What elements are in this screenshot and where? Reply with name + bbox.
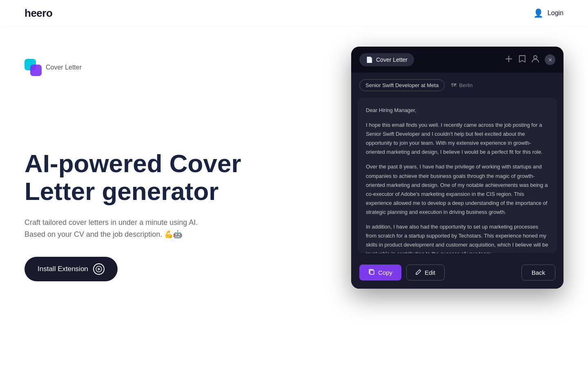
copy-button[interactable]: Copy bbox=[359, 265, 401, 280]
document-icon: 📄 bbox=[366, 56, 373, 63]
letter-paragraph1: I hope this email finds you well. I rece… bbox=[366, 121, 549, 157]
login-button[interactable]: Login bbox=[548, 9, 564, 17]
close-button[interactable]: ✕ bbox=[545, 54, 555, 65]
install-extension-button[interactable]: Install Extension bbox=[24, 257, 118, 281]
nav-right: 👤 Login bbox=[533, 8, 564, 18]
svg-rect-1 bbox=[30, 65, 42, 76]
edit-button[interactable]: Edit bbox=[406, 265, 445, 280]
edit-button-label: Edit bbox=[425, 269, 435, 276]
card-footer: Copy Edit Back bbox=[351, 260, 564, 289]
user-profile-icon[interactable] bbox=[532, 55, 539, 65]
close-icon: ✕ bbox=[548, 57, 552, 63]
bookmark-icon[interactable] bbox=[519, 55, 526, 65]
letter-text: Dear Hiring Manager, I hope this email f… bbox=[366, 106, 549, 253]
install-button-label: Install Extension bbox=[38, 265, 88, 273]
user-icon: 👤 bbox=[533, 8, 543, 18]
svg-point-6 bbox=[534, 56, 537, 59]
letter-paragraph3: In addition, I have also had the opportu… bbox=[366, 222, 549, 253]
copy-icon bbox=[368, 269, 375, 276]
cover-letter-pill-label: Cover Letter bbox=[376, 56, 408, 63]
cover-letter-pill: 📄 Cover Letter bbox=[359, 53, 414, 66]
badge-label: Cover Letter bbox=[46, 64, 82, 71]
map-icon: 🗺 bbox=[451, 82, 457, 88]
svg-rect-7 bbox=[370, 270, 374, 274]
job-title-pill: Senior Swift Developer at Meta bbox=[359, 79, 445, 91]
subtitle-line1: Craft tailored cover letters in under a … bbox=[24, 218, 198, 227]
location-text: Berlin bbox=[459, 82, 472, 88]
add-icon[interactable] bbox=[505, 55, 513, 65]
letter-content: Dear Hiring Manager, I hope this email f… bbox=[358, 98, 557, 253]
logo: heero bbox=[24, 7, 52, 20]
hero-subtitle: Craft tailored cover letters in under a … bbox=[24, 217, 229, 240]
subtitle-line2: Based on your CV and the job description… bbox=[24, 230, 182, 238]
location-tag: 🗺 Berlin bbox=[451, 82, 472, 88]
letter-paragraph2: Over the past 8 years, I have had the pr… bbox=[366, 162, 549, 217]
copy-button-label: Copy bbox=[378, 269, 392, 276]
cover-letter-badge: Cover Letter bbox=[24, 59, 327, 76]
edit-icon bbox=[416, 269, 421, 276]
badge-icon bbox=[24, 59, 42, 76]
card-header-icons: ✕ bbox=[505, 54, 555, 65]
left-panel: Cover Letter AI-powered Cover Letter gen… bbox=[24, 51, 327, 281]
right-panel: 📄 Cover Letter bbox=[351, 47, 564, 289]
letter-greeting: Dear Hiring Manager, bbox=[366, 106, 549, 115]
navbar: heero 👤 Login bbox=[0, 0, 588, 26]
hero-title: AI-powered Cover Letter generator bbox=[24, 150, 253, 205]
job-info-row: Senior Swift Developer at Meta 🗺 Berlin bbox=[351, 73, 564, 98]
back-button[interactable]: Back bbox=[521, 265, 555, 280]
card-header-left: 📄 Cover Letter bbox=[359, 53, 414, 66]
main-content: Cover Letter AI-powered Cover Letter gen… bbox=[0, 26, 588, 368]
card-header: 📄 Cover Letter bbox=[351, 47, 564, 73]
dark-card: 📄 Cover Letter bbox=[351, 47, 564, 289]
extension-icon bbox=[93, 263, 105, 275]
